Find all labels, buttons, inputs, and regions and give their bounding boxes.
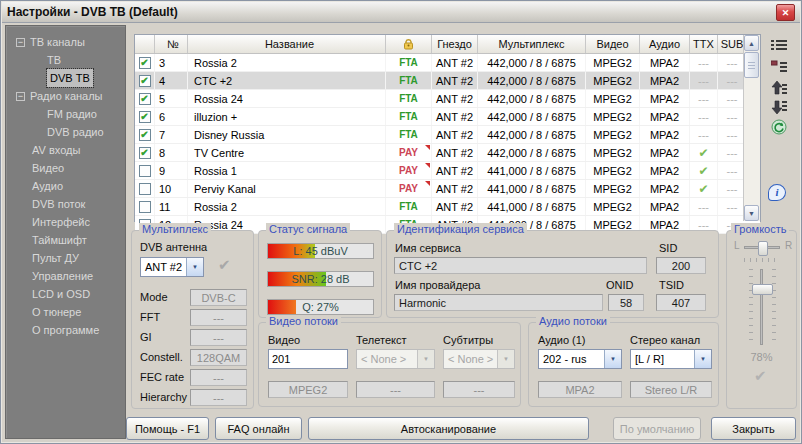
channel-checkbox[interactable]: ✔ [139,147,151,159]
sidebar-item[interactable]: AV входы [6,141,125,159]
access-badge: FTA [399,57,418,68]
channel-row[interactable]: ✔6illuzion +FTAANT #2442,000 / 8 / 6875M… [135,108,760,126]
select-all-button[interactable] [767,37,791,55]
channel-sub-cell: --- [718,126,746,143]
sidebar-item[interactable]: О тюнере [6,303,125,321]
channel-multiplex-cell: 441,000 / 8 / 6875 [478,198,586,215]
header-video[interactable]: Видео [586,35,640,53]
dash-placeholder: --- [698,111,709,123]
header-ttx[interactable]: TTX [690,35,718,53]
sidebar-item-label: ТВ каналы [30,33,85,51]
channel-checkbox[interactable] [139,165,151,177]
chevron-down-icon[interactable]: ▼ [186,258,203,276]
sidebar-item[interactable]: DVB поток [6,195,125,213]
help-button[interactable]: Помощь - F1 [126,417,209,440]
move-down-button[interactable] [767,98,791,116]
access-badge: FTA [399,201,418,212]
unselect-button[interactable] [767,58,791,76]
table-scrollbar[interactable]: ▲ ▼ [743,35,760,221]
header-number[interactable]: № [155,35,188,53]
stereo-channel-select[interactable]: [L / R] ▼ [630,349,712,369]
tsid-field: 407 [656,294,706,311]
dash-placeholder: --- [698,75,709,87]
scrollbar-thumb[interactable] [744,52,759,78]
channel-audio-cell: MPA2 [640,126,690,143]
sidebar-item[interactable]: ТВ [6,51,125,69]
header-checkbox-column[interactable] [135,35,155,53]
sidebar-item[interactable]: −ТВ каналы [6,33,125,51]
antenna-select[interactable]: ANT #2 ▼ [140,257,204,277]
video-pid-input[interactable] [268,349,348,369]
info-button[interactable]: i [765,183,789,201]
balance-slider-thumb[interactable] [758,241,768,256]
header-audio[interactable]: Аудио [640,35,690,53]
channel-checkbox[interactable]: ✔ [139,93,151,105]
chevron-down-icon[interactable]: ▼ [604,350,621,368]
sidebar-item[interactable]: Интерфейс [6,213,125,231]
channel-row[interactable]: ✔7Disney RussiaFTAANT #2442,000 / 8 / 68… [135,126,760,144]
channel-sub-cell: --- [718,108,746,125]
channel-checkbox[interactable]: ✔ [139,111,151,123]
channel-row[interactable]: 11Rossia 2FTAANT #2441,000 / 8 / 6875MPE… [135,198,760,216]
expand-collapse-icon[interactable]: − [16,38,25,47]
header-socket[interactable]: Гнездо [432,35,478,53]
channel-checkbox[interactable]: ✔ [139,75,151,87]
channel-row[interactable]: 9Rossia 1PAYANT #2441,000 / 8 / 6875MPEG… [135,162,760,180]
signal-bar: Q: 27% [267,299,374,315]
header-multiplex[interactable]: Мультиплекс [478,35,586,53]
channel-row[interactable]: ✔5Rossia 24FTAANT #2442,000 / 8 / 6875MP… [135,90,760,108]
channel-checkbox[interactable] [139,201,151,213]
sidebar-item[interactable]: DVB ТВ [6,69,125,87]
move-up-button[interactable] [767,78,791,96]
sidebar-item[interactable]: Управление [6,267,125,285]
sidebar-item[interactable]: О программе [6,321,125,339]
channel-multiplex-cell: 442,000 / 8 / 6875 [478,90,586,107]
expand-collapse-icon[interactable]: − [16,92,25,101]
signal-bar-label: Q: 27% [268,300,373,314]
channel-socket-cell: ANT #2 [432,72,478,89]
refresh-button[interactable] [767,118,791,136]
sidebar-item[interactable]: Таймшифт [6,231,125,249]
dash-placeholder: --- [727,129,738,141]
sidebar-item[interactable]: Пульт ДУ [6,249,125,267]
close-button[interactable]: ✕ [776,4,795,21]
scrambled-corner-icon [425,181,430,186]
sidebar-item-label: DVB ТВ [47,69,93,87]
sidebar-item[interactable]: Видео [6,159,125,177]
access-badge: FTA [399,129,418,140]
scroll-down-button[interactable]: ▼ [744,205,759,221]
channel-number-cell: 8 [155,144,188,161]
volume-slider-thumb[interactable] [752,284,773,295]
mux-field-value: 128QAM [190,349,247,366]
channel-row[interactable]: ✔3Rossia 2FTAANT #2442,000 / 8 / 6875MPE… [135,54,760,72]
scroll-up-button[interactable]: ▲ [744,35,759,51]
channel-checkbox[interactable]: ✔ [139,57,151,69]
close-window-button[interactable]: Закрыть [711,417,796,440]
sidebar-item-label: Управление [32,267,93,285]
close-icon: ✕ [782,8,790,18]
header-sub[interactable]: SUB [718,35,746,53]
header-name[interactable]: Название [188,35,386,53]
service-ident-title: Идентификация сервиса [394,223,527,235]
teletext-info-field: --- [356,381,435,398]
chevron-down-icon[interactable]: ▼ [694,350,711,368]
audio-pid-select[interactable]: 202 - rus ▼ [538,349,622,369]
faq-button[interactable]: FAQ онлайн [215,417,302,440]
channel-checkbox[interactable] [139,183,151,195]
sidebar-item[interactable]: −Радио каналы [6,87,125,105]
channel-row[interactable]: ✔8TV CentrePAYANT #2442,000 / 8 / 6875MP… [135,144,760,162]
volume-slider[interactable] [760,269,763,345]
header-access[interactable] [386,35,432,53]
autoscan-button[interactable]: Автосканирование [308,417,589,440]
sidebar-item[interactable]: FM радио [6,105,125,123]
channel-checkbox[interactable]: ✔ [139,129,151,141]
channel-name-cell: CTC +2 [188,72,386,89]
sidebar-item[interactable]: Аудио [6,177,125,195]
volume-panel: Громкость L R 78% ✔ [726,230,797,409]
channel-row[interactable]: ✔4CTC +2FTAANT #2442,000 / 8 / 6875MPEG2… [135,72,760,90]
titlebar[interactable]: Настройки - DVB ТВ (Default) ✕ [2,2,800,23]
signal-status-title: Статус сигнала [266,223,350,235]
channel-row[interactable]: 10Perviy KanalPAYANT #2441,000 / 8 / 687… [135,180,760,198]
sidebar-item[interactable]: DVB радио [6,123,125,141]
sidebar-item[interactable]: LCD и OSD [6,285,125,303]
